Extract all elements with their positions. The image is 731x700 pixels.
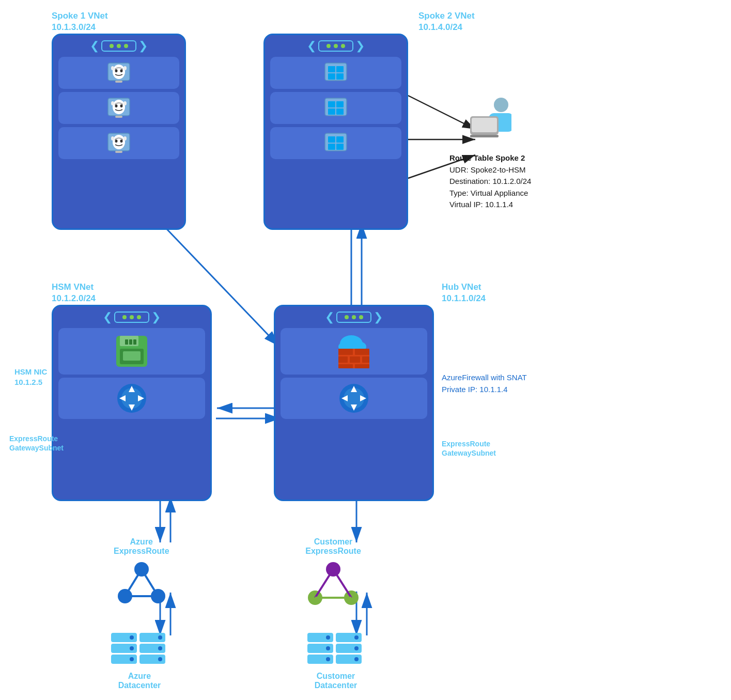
- svg-line-99: [315, 569, 333, 598]
- svg-rect-43: [328, 73, 335, 80]
- svg-rect-82: [338, 364, 353, 368]
- spoke1-vnet: ❮ ❯: [52, 34, 186, 230]
- linux-icon-1: [106, 61, 132, 85]
- hsm-vnet: ❮ ❯: [52, 305, 212, 501]
- dot8: [130, 315, 134, 319]
- svg-point-108: [130, 635, 134, 640]
- windows-icon-3: [323, 131, 349, 155]
- svg-line-93: [125, 569, 142, 596]
- svg-point-122: [326, 657, 330, 661]
- svg-point-38: [123, 136, 127, 141]
- svg-rect-32: [115, 116, 122, 118]
- svg-line-9: [408, 96, 475, 129]
- svg-point-112: [158, 646, 162, 650]
- svg-rect-53: [328, 144, 335, 150]
- hub-header: ❮ ❯: [275, 306, 432, 325]
- svg-point-27: [113, 100, 125, 114]
- svg-rect-39: [115, 151, 122, 153]
- customer-er-container: Customer ExpressRoute: [305, 537, 362, 605]
- svg-point-24: [123, 66, 127, 70]
- svg-rect-49: [336, 108, 344, 115]
- azure-dc-label: Azure Datacenter: [118, 672, 161, 690]
- svg-point-22: [120, 69, 123, 72]
- svg-rect-64: [125, 339, 128, 345]
- svg-rect-44: [336, 73, 344, 80]
- svg-point-55: [494, 98, 508, 112]
- svg-rect-80: [350, 356, 360, 363]
- svg-point-30: [111, 101, 114, 105]
- hsm-dots: [114, 312, 149, 323]
- svg-point-125: [354, 657, 359, 661]
- spoke2-header: ❮ ❯: [265, 35, 407, 54]
- svg-rect-78: [355, 349, 369, 355]
- customer-er-label: Customer ExpressRoute: [305, 537, 361, 556]
- svg-rect-25: [115, 81, 122, 83]
- svg-rect-41: [328, 66, 335, 72]
- dot3: [124, 44, 128, 48]
- route-table-annotation: Route Table Spoke 2 UDR: Spoke2-to-HSM D…: [449, 152, 615, 211]
- svg-point-110: [130, 657, 134, 661]
- firewall-label: AzureFirewall with SNAT Private IP: 10.1…: [442, 372, 527, 395]
- hub-firewall-box: [281, 328, 427, 375]
- dot7: [122, 315, 127, 319]
- svg-point-124: [354, 646, 359, 650]
- spoke2-dots: [318, 40, 353, 52]
- hub-dots: [336, 312, 371, 323]
- hub-chevron-right: ❯: [374, 310, 383, 324]
- route-table-text: Route Table Spoke 2 UDR: Spoke2-to-HSM D…: [449, 152, 615, 211]
- dot1: [110, 44, 114, 48]
- svg-point-113: [158, 657, 162, 661]
- svg-point-36: [120, 139, 123, 143]
- svg-rect-63: [123, 351, 141, 361]
- hsm-label: HSM VNet 10.1.2.0/24: [52, 282, 96, 304]
- spoke1-dots: [101, 40, 136, 52]
- svg-rect-46: [328, 101, 335, 107]
- dot10: [345, 315, 349, 319]
- dot4: [326, 44, 331, 48]
- person-icon: [470, 96, 511, 144]
- hsm-chevron-right: ❯: [151, 310, 161, 324]
- azure-er-label: Azure ExpressRoute: [114, 537, 169, 556]
- svg-rect-48: [328, 108, 335, 115]
- svg-point-35: [115, 139, 118, 143]
- linux-icon-2: [106, 96, 132, 120]
- azure-dc-container: Azure Datacenter: [108, 630, 170, 690]
- spoke2-chevron-left: ❮: [307, 39, 316, 53]
- svg-rect-42: [336, 66, 344, 72]
- hub-chevron-left: ❮: [325, 310, 334, 324]
- spoke2-label: Spoke 2 VNet 10.1.4.0/24: [418, 10, 475, 33]
- customer-er-icon: [305, 559, 362, 605]
- svg-point-28: [115, 104, 118, 107]
- dot2: [117, 44, 121, 48]
- azure-er-container: Azure ExpressRoute: [114, 537, 169, 605]
- svg-rect-66: [133, 339, 136, 345]
- hsm-gateway-label: ExpressRoute GatewaySubnet: [9, 434, 64, 453]
- spoke2-vm3: [270, 127, 401, 159]
- svg-point-34: [113, 135, 125, 149]
- spoke2-vm1: [270, 57, 401, 89]
- azure-dc-icon: [108, 630, 170, 672]
- svg-point-20: [113, 65, 125, 79]
- windows-icon-2: [323, 96, 349, 120]
- diagram-container: ❮ ❯: [0, 0, 731, 700]
- dot5: [334, 44, 338, 48]
- azure-er-icon: [116, 559, 167, 605]
- hub-gateway-label: ExpressRoute GatewaySubnet: [442, 439, 496, 458]
- svg-point-109: [130, 646, 134, 650]
- svg-point-120: [326, 635, 330, 640]
- windows-icon-1: [323, 61, 349, 85]
- hsm-gateway-box: [58, 378, 205, 419]
- svg-point-37: [111, 136, 114, 141]
- svg-line-94: [142, 569, 158, 596]
- svg-rect-54: [336, 144, 344, 150]
- svg-rect-83: [355, 364, 369, 368]
- linux-icon-3: [106, 131, 132, 155]
- hsm-nic-label: HSM NIC 10.1.2.5: [14, 367, 47, 387]
- customer-dc-container: Customer Datacenter: [305, 630, 367, 690]
- customer-dc-label: Customer Datacenter: [315, 672, 357, 690]
- hsm-header: ❮ ❯: [53, 306, 210, 325]
- spoke1-chevron-right: ❯: [138, 39, 148, 53]
- svg-rect-47: [336, 101, 344, 107]
- svg-line-100: [333, 569, 351, 598]
- dot6: [341, 44, 345, 48]
